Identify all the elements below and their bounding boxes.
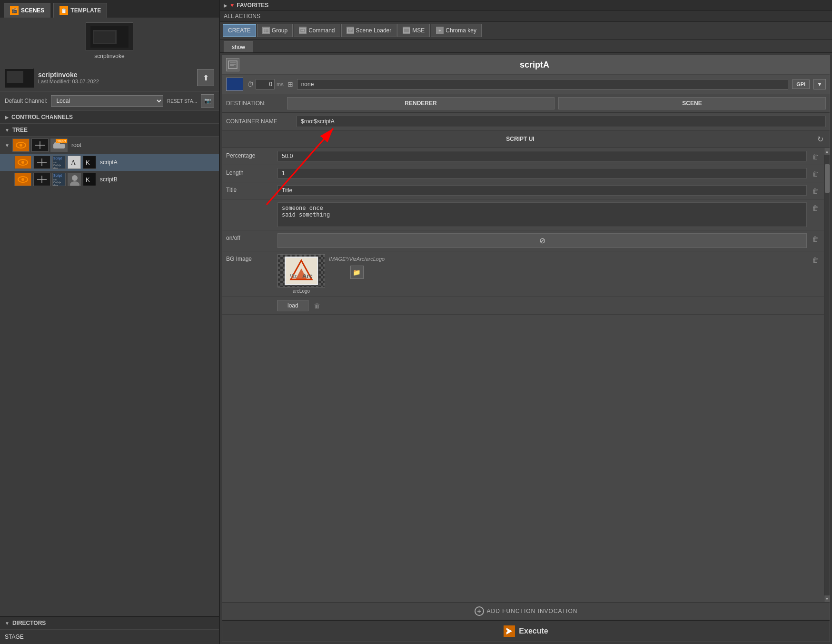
- svg-point-22: [70, 181, 79, 186]
- eye-icon-2: [16, 157, 30, 168]
- tree-item-root[interactable]: ▼ Object root: [0, 137, 219, 154]
- fav-expand-arrow: ▶: [224, 3, 228, 8]
- command-icon: [299, 27, 307, 34]
- tab-template[interactable]: 📋 TEMPLATE: [53, 3, 107, 18]
- favorites-bar: ▶ ♥ FAVORITES: [220, 0, 832, 11]
- color-swatch[interactable]: [226, 78, 243, 91]
- scenes-icon: 🎬: [10, 6, 19, 15]
- title-input[interactable]: [277, 185, 807, 196]
- svg-text:Arc: Arc: [302, 272, 313, 279]
- load-delete[interactable]: 🗑: [312, 301, 322, 310]
- scene-loader-label: Scene Loader: [356, 27, 392, 34]
- scroll-down[interactable]: ▼: [824, 595, 830, 602]
- scripta-thumb-eye: [14, 156, 31, 169]
- scrollbar-thumb[interactable]: [825, 164, 830, 193]
- tree-arrow: ▼: [5, 128, 10, 133]
- svg-rect-44: [505, 630, 507, 632]
- percentage-label: Percentage: [226, 151, 274, 159]
- root-thumb-image: Object: [50, 139, 68, 152]
- renderer-button[interactable]: RENDERER: [287, 97, 555, 109]
- container-input[interactable]: [297, 116, 826, 127]
- textarea-delete[interactable]: 🗑: [811, 203, 820, 213]
- tree-item-scriptb[interactable]: Script sub On(In)•din • K scriptB: [0, 171, 219, 188]
- portrait-icon: [68, 173, 81, 186]
- scene-button[interactable]: SCENE: [558, 97, 826, 109]
- percentage-input[interactable]: [277, 151, 807, 161]
- title-delete[interactable]: 🗑: [811, 186, 820, 196]
- textarea-label: [226, 202, 274, 204]
- all-actions-label: ALL ACTIONS: [224, 13, 260, 20]
- viz-arc-logo: Arc Viz: [285, 257, 318, 285]
- tree-item-scripta[interactable]: Script sub On(In)•din • A K scriptA: [0, 154, 219, 171]
- length-input[interactable]: [277, 168, 807, 178]
- script-name: scriptA: [243, 60, 826, 70]
- root-label: root: [71, 142, 81, 149]
- clock-icon: ⏱: [247, 80, 254, 88]
- image-folder-area: IMAGE*/VizArc/arcLogo 📁: [329, 254, 385, 279]
- scene-loader-button[interactable]: Scene Loader: [341, 24, 397, 37]
- upload-button[interactable]: ⬆: [197, 69, 214, 86]
- channel-row: Default Channel: Local RESET STA... 📷: [0, 91, 219, 111]
- scene-thumb-label: scriptinvoke: [94, 53, 124, 59]
- scroll-up[interactable]: ▲: [824, 148, 830, 155]
- tree-header[interactable]: ▼ TREE: [0, 124, 219, 137]
- directors-header[interactable]: ▼ DIRECTORS: [0, 617, 219, 630]
- stage-label: STAGE: [5, 634, 24, 640]
- svg-rect-4: [7, 71, 23, 83]
- destination-row: DESTINATION: RENDERER SCENE: [222, 94, 830, 113]
- text-area-input[interactable]: someone once said something: [277, 202, 807, 227]
- tab-scenes[interactable]: 🎬 SCENES: [4, 3, 50, 18]
- scrollbar[interactable]: ▲ ▼: [824, 148, 830, 602]
- scripta-thumb-alpha: A: [68, 156, 81, 169]
- none-input[interactable]: [297, 79, 788, 89]
- camera-button[interactable]: 📷: [201, 94, 214, 108]
- add-function-row[interactable]: + ADD FUNCTION INVOCATION: [222, 602, 830, 620]
- renderer-label: RENDERER: [405, 100, 436, 107]
- scriptb-mini-label: Script: [53, 173, 65, 178]
- onoff-button[interactable]: ⊘: [277, 233, 807, 248]
- control-channels-label: CONTROL CHANNELS: [11, 114, 73, 120]
- bgimage-delete[interactable]: 🗑: [811, 255, 820, 265]
- command-button[interactable]: Command: [294, 24, 340, 37]
- image-folder-button[interactable]: 📁: [350, 266, 364, 279]
- percentage-delete[interactable]: 🗑: [811, 152, 820, 161]
- length-delete[interactable]: 🗑: [811, 169, 820, 178]
- chroma-key-button[interactable]: + Chroma key: [431, 24, 482, 37]
- reset-button[interactable]: RESET STA...: [167, 99, 197, 104]
- mse-button[interactable]: MSE: [397, 24, 430, 37]
- group-button[interactable]: Group: [257, 24, 293, 37]
- scriptb-thumb-eye: [14, 173, 31, 186]
- transform-icon-3: [35, 174, 49, 185]
- onoff-delete[interactable]: 🗑: [811, 234, 820, 244]
- refresh-button[interactable]: ↻: [814, 133, 826, 145]
- control-channels-header[interactable]: ▶ CONTROL CHANNELS: [0, 111, 219, 124]
- mse-icon: [403, 27, 410, 34]
- channel-select[interactable]: Local: [51, 95, 163, 107]
- object-badge: Object: [56, 139, 67, 143]
- info-thumb-svg: [5, 69, 34, 88]
- controls-row: ⏱ ms ⊞ GPI ▼: [222, 75, 830, 94]
- load-button[interactable]: load: [277, 300, 308, 311]
- dropdown-button[interactable]: ▼: [813, 79, 826, 89]
- add-function-label: ADD FUNCTION INVOCATION: [487, 608, 578, 614]
- scene-label: SCENE: [682, 100, 702, 107]
- directors-arrow: ▼: [5, 621, 10, 626]
- tab-show[interactable]: show: [224, 41, 253, 52]
- group-icon-svg: [263, 27, 269, 34]
- scene-info-row: scriptinvoke Last Modified: 03-07-2022 ⬆: [0, 64, 219, 91]
- time-input[interactable]: [256, 79, 275, 89]
- create-button[interactable]: CREATE: [223, 24, 256, 37]
- root-thumb-eye: [12, 139, 30, 152]
- time-unit: ms: [277, 81, 284, 87]
- toolbar: CREATE Group Command: [220, 22, 832, 40]
- script-mini-label: Script: [53, 156, 65, 160]
- image-preview: Arc Viz: [277, 254, 325, 287]
- scriptb-label: scriptB: [100, 176, 118, 183]
- tree-label: TREE: [12, 127, 28, 133]
- onoff-icon: ⊘: [539, 236, 545, 245]
- svg-text:K: K: [86, 159, 90, 166]
- execute-row[interactable]: Execute: [222, 620, 830, 642]
- scene-title: scriptinvoke: [38, 71, 192, 79]
- gpi-button[interactable]: GPI: [792, 79, 810, 89]
- control-channels-arrow: ▶: [5, 115, 9, 120]
